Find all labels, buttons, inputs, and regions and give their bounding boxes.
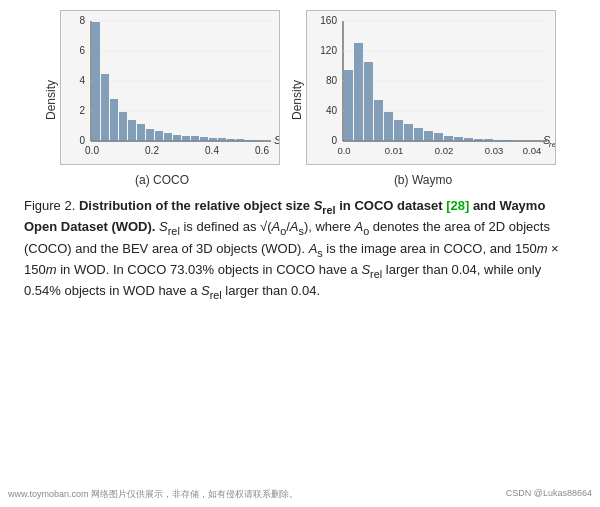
svg-text:120: 120	[320, 45, 337, 56]
main-container: Density 0 2 4 6 8	[0, 0, 600, 507]
svg-text:0.03: 0.03	[485, 145, 504, 156]
waymo-chart-container: Density 0 40 80 120 160	[290, 10, 556, 187]
svg-rect-22	[191, 136, 199, 141]
svg-rect-17	[146, 129, 154, 141]
watermark-right: CSDN @Lukas88664	[506, 488, 592, 501]
svg-text:0.01: 0.01	[385, 145, 404, 156]
svg-rect-21	[182, 136, 190, 141]
svg-text:0.2: 0.2	[145, 145, 159, 156]
coco-chart-caption: (a) COCO	[135, 173, 189, 187]
svg-text:4: 4	[79, 75, 85, 86]
svg-text:0.4: 0.4	[205, 145, 219, 156]
svg-rect-23	[200, 137, 208, 141]
svg-rect-16	[137, 124, 145, 141]
waymo-chart-area: 0 40 80 120 160	[306, 10, 556, 169]
svg-rect-28	[245, 140, 253, 141]
svg-text:6: 6	[79, 45, 85, 56]
coco-y-axis-label: Density	[44, 10, 58, 169]
svg-text:0.0: 0.0	[337, 145, 350, 156]
svg-rect-24	[209, 138, 217, 141]
svg-rect-51	[384, 112, 393, 141]
svg-rect-29	[254, 140, 262, 141]
svg-rect-62	[494, 140, 503, 141]
figure-caption: Figure 2. Distribution of the relative o…	[20, 197, 580, 303]
svg-text:0.0: 0.0	[85, 145, 99, 156]
svg-rect-56	[434, 133, 443, 141]
svg-rect-61	[484, 139, 493, 141]
svg-rect-63	[504, 140, 513, 141]
svg-rect-57	[444, 136, 453, 141]
svg-rect-18	[155, 131, 163, 141]
svg-rect-27	[236, 139, 244, 141]
waymo-y-axis-label: Density	[290, 10, 304, 169]
svg-rect-25	[218, 138, 226, 141]
svg-rect-59	[464, 138, 473, 141]
svg-rect-60	[474, 139, 483, 141]
svg-text:rel: rel	[549, 140, 556, 149]
waymo-chart-caption: (b) Waymo	[394, 173, 452, 187]
svg-rect-47	[344, 70, 353, 141]
svg-rect-26	[227, 139, 235, 141]
svg-text:40: 40	[326, 105, 338, 116]
svg-text:80: 80	[326, 75, 338, 86]
svg-text:S: S	[274, 134, 280, 146]
figure-number: Figure 2.	[24, 198, 79, 213]
svg-rect-19	[164, 133, 172, 141]
svg-rect-53	[404, 124, 413, 141]
svg-text:0.04: 0.04	[523, 145, 542, 156]
svg-rect-54	[414, 128, 423, 141]
svg-rect-13	[110, 99, 118, 141]
svg-rect-48	[354, 43, 363, 141]
svg-rect-50	[374, 100, 383, 141]
svg-rect-14	[119, 112, 127, 141]
svg-rect-12	[101, 74, 109, 141]
svg-rect-15	[128, 120, 136, 141]
coco-chart-area: 0 2 4 6 8	[60, 10, 280, 169]
svg-rect-58	[454, 137, 463, 141]
svg-rect-20	[173, 135, 181, 141]
svg-text:0.02: 0.02	[435, 145, 454, 156]
watermark-left: www.toymoban.com 网络图片仅供展示，非存储，如有侵权请联系删除。	[8, 488, 298, 501]
watermark: www.toymoban.com 网络图片仅供展示，非存储，如有侵权请联系删除。…	[0, 488, 600, 501]
svg-text:2: 2	[79, 105, 85, 116]
svg-text:160: 160	[320, 15, 337, 26]
svg-rect-49	[364, 62, 373, 141]
svg-text:8: 8	[79, 15, 85, 26]
svg-rect-52	[394, 120, 403, 141]
svg-text:0.6: 0.6	[255, 145, 269, 156]
svg-rect-55	[424, 131, 433, 141]
charts-row: Density 0 2 4 6 8	[20, 10, 580, 187]
svg-rect-11	[92, 22, 100, 141]
coco-chart-container: Density 0 2 4 6 8	[44, 10, 280, 187]
waymo-chart-wrap: Density 0 40 80 120 160	[290, 10, 556, 169]
coco-chart-wrap: Density 0 2 4 6 8	[44, 10, 280, 169]
